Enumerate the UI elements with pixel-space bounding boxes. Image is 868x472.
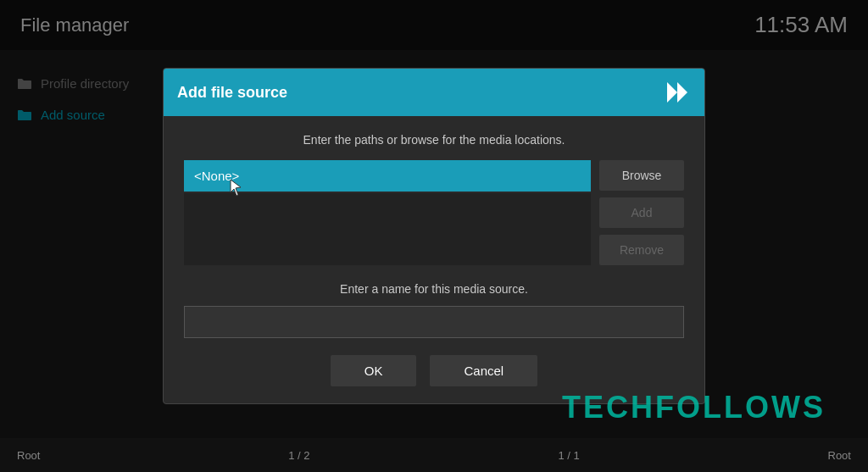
- add-path-button[interactable]: Add: [599, 197, 684, 228]
- bottom-middle-right-label: 1 / 1: [558, 449, 579, 462]
- modal-overlay: Add file source Enter the paths or brows…: [0, 0, 868, 472]
- dialog-header: Add file source: [164, 69, 704, 116]
- dialog-actions: OK Cancel: [184, 355, 684, 386]
- media-source-name-input[interactable]: [184, 306, 684, 338]
- path-empty-area: [184, 193, 591, 265]
- bottom-left-label: Root: [17, 449, 40, 462]
- paths-list: <None>: [184, 160, 591, 265]
- remove-path-button[interactable]: Remove: [599, 235, 684, 265]
- bottom-right-label: Root: [828, 449, 851, 462]
- kodi-logo: [664, 79, 691, 106]
- name-instruction: Enter a name for this media source.: [184, 282, 684, 296]
- svg-marker-0: [667, 82, 677, 103]
- browse-button[interactable]: Browse: [599, 160, 684, 191]
- path-none-label: <None>: [194, 169, 239, 183]
- dialog-body: Enter the paths or browse for the media …: [164, 116, 704, 403]
- name-input-wrapper: [184, 306, 684, 338]
- add-file-source-dialog: Add file source Enter the paths or brows…: [163, 68, 705, 404]
- cancel-button[interactable]: Cancel: [430, 355, 537, 386]
- svg-marker-1: [677, 82, 687, 103]
- dialog-title: Add file source: [177, 84, 287, 102]
- bottom-middle-left-label: 1 / 2: [288, 449, 309, 462]
- path-instruction: Enter the paths or browse for the media …: [184, 133, 684, 147]
- path-item-none[interactable]: <None>: [184, 160, 591, 192]
- bottom-bar: Root 1 / 2 1 / 1 Root: [0, 438, 868, 472]
- ok-button[interactable]: OK: [331, 355, 417, 386]
- paths-area: <None> Browse Add Remove: [184, 160, 684, 265]
- path-action-buttons: Browse Add Remove: [599, 160, 684, 265]
